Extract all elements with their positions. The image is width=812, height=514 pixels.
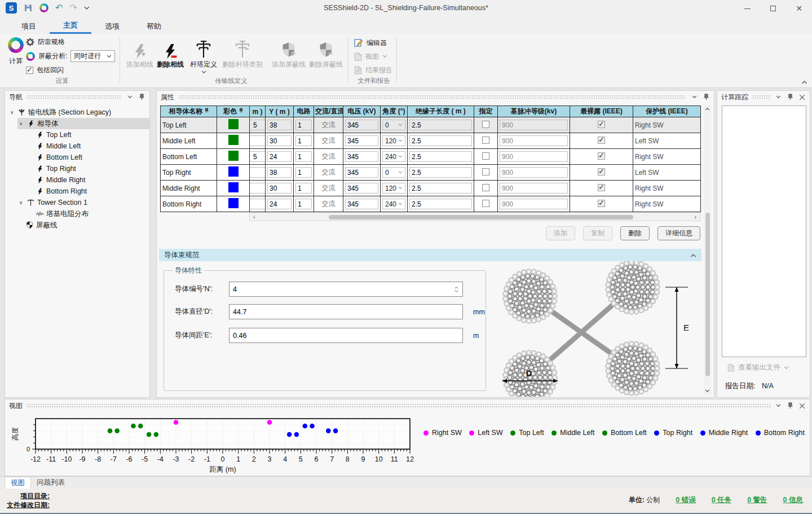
tab-help[interactable]: 帮助 bbox=[133, 17, 175, 34]
voltage-input[interactable] bbox=[345, 151, 378, 162]
x-cell[interactable] bbox=[250, 149, 266, 165]
spinner-up-icon[interactable] bbox=[454, 286, 459, 289]
scroll-left-icon[interactable]: ‹ bbox=[253, 213, 255, 220]
color-cell[interactable] bbox=[217, 181, 250, 196]
exposed-cell[interactable] bbox=[570, 165, 633, 181]
exposed-checkbox[interactable] bbox=[598, 200, 605, 207]
panel-menu-icon[interactable] bbox=[690, 93, 698, 101]
table-horizontal-scrollbar[interactable]: ‹ › bbox=[249, 212, 700, 221]
voltage-input[interactable] bbox=[345, 135, 378, 146]
tree-node-tower-section[interactable]: ∨ Tower Section 1 bbox=[17, 197, 149, 208]
scrollbar-thumb[interactable] bbox=[329, 215, 633, 219]
angle-select[interactable]: 0 bbox=[382, 120, 405, 130]
conductor-name[interactable]: Bottom Left bbox=[161, 149, 217, 165]
conductor-diameter-input[interactable] bbox=[229, 304, 463, 319]
insulator-input[interactable] bbox=[409, 167, 472, 178]
col-acdc[interactable]: 交流/直流 bbox=[314, 106, 343, 117]
exposed-cell[interactable] bbox=[570, 133, 633, 149]
circuit-cell[interactable] bbox=[294, 149, 314, 165]
assign-checkbox[interactable] bbox=[482, 168, 489, 175]
circuit-input[interactable] bbox=[295, 183, 312, 194]
caret-icon[interactable]: ∨ bbox=[8, 109, 15, 115]
assign-cell[interactable] bbox=[474, 165, 498, 181]
add-shield-button[interactable]: 添加屏蔽线 bbox=[272, 37, 306, 69]
tree-node-phase[interactable]: Middle Right bbox=[36, 174, 149, 186]
lightning-spec-button[interactable]: 防雷规格 bbox=[26, 36, 115, 48]
y-input[interactable] bbox=[267, 183, 292, 194]
col-exposed[interactable]: 最裸露 (IEEE) bbox=[570, 106, 633, 117]
tree-node-phase-group[interactable]: ∨ 相导体 bbox=[17, 118, 149, 129]
pin-icon[interactable] bbox=[138, 93, 145, 101]
assign-checkbox[interactable] bbox=[482, 184, 489, 191]
tab-project[interactable]: 项目 bbox=[8, 17, 50, 34]
col-name[interactable]: 相导体名称 bbox=[161, 106, 217, 117]
view-button[interactable]: 视图 bbox=[354, 50, 392, 63]
insulator-input[interactable] bbox=[409, 183, 472, 194]
details-button[interactable]: 详细信息 bbox=[657, 226, 700, 240]
voltage-input[interactable] bbox=[345, 183, 378, 194]
collapse-section-icon[interactable] bbox=[690, 253, 696, 257]
y-input[interactable] bbox=[267, 199, 292, 209]
trace-output-list[interactable] bbox=[722, 106, 806, 357]
angle-select[interactable]: 240 bbox=[382, 151, 405, 162]
voltage-cell[interactable] bbox=[343, 133, 381, 149]
conductor-number-input[interactable] bbox=[229, 282, 463, 297]
x-input[interactable] bbox=[250, 135, 266, 146]
voltage-cell[interactable] bbox=[343, 165, 381, 181]
caret-icon[interactable]: ∨ bbox=[17, 121, 24, 126]
tree-node-phase[interactable]: Middle Left bbox=[36, 140, 149, 152]
exposed-cell[interactable] bbox=[570, 181, 633, 196]
angle-cell[interactable]: 240 bbox=[381, 149, 408, 165]
tasks-link[interactable]: 0 任务 bbox=[712, 495, 731, 505]
col-color[interactable]: 彩色 bbox=[217, 106, 250, 117]
spinner-down-icon[interactable] bbox=[454, 290, 459, 293]
copy-button[interactable]: 复制 bbox=[583, 226, 612, 240]
circuit-cell[interactable] bbox=[294, 133, 314, 149]
insulator-cell[interactable] bbox=[408, 196, 474, 212]
circuit-input[interactable] bbox=[295, 135, 312, 146]
insulator-cell[interactable] bbox=[408, 117, 474, 133]
close-button[interactable]: ✕ bbox=[786, 0, 812, 17]
x-input[interactable] bbox=[250, 120, 266, 130]
angle-cell[interactable]: 120 bbox=[381, 133, 408, 149]
color-cell[interactable] bbox=[217, 149, 250, 165]
view-output-files-button[interactable]: 查看输出文件 bbox=[727, 363, 789, 372]
y-input[interactable] bbox=[267, 167, 292, 178]
assign-cell[interactable] bbox=[474, 133, 498, 149]
conductor-spacing-input[interactable] bbox=[229, 328, 463, 343]
voltage-cell[interactable] bbox=[343, 196, 381, 212]
delete-button[interactable]: 删除 bbox=[620, 226, 650, 240]
circuit-cell[interactable] bbox=[294, 196, 314, 212]
y-cell[interactable] bbox=[266, 181, 294, 196]
angle-select[interactable]: 240 bbox=[382, 199, 405, 209]
exposed-checkbox[interactable] bbox=[598, 168, 605, 175]
include-backflash-row[interactable]: 包括回闪 bbox=[26, 64, 115, 76]
panel-menu-icon[interactable] bbox=[774, 93, 782, 101]
angle-select[interactable]: 0 bbox=[382, 167, 405, 178]
col-circuit[interactable]: 电路 bbox=[294, 106, 314, 117]
tree-node-phase[interactable]: Top Right bbox=[36, 163, 149, 174]
y-input[interactable] bbox=[267, 151, 292, 162]
conductor-name[interactable]: Top Right bbox=[161, 165, 217, 181]
assign-cell[interactable] bbox=[474, 149, 498, 165]
x-cell[interactable] bbox=[250, 165, 266, 181]
result-report-button[interactable]: 结果报告 bbox=[354, 63, 392, 77]
delete-shield-button[interactable]: 删除屏蔽线 bbox=[309, 37, 343, 69]
angle-cell[interactable]: 120 bbox=[381, 181, 408, 196]
insulator-input[interactable] bbox=[409, 120, 472, 130]
col-voltage[interactable]: 电压 (kV) bbox=[343, 106, 381, 117]
scroll-right-icon[interactable]: › bbox=[694, 213, 696, 220]
bil-cell[interactable] bbox=[498, 133, 570, 149]
panel-menu-icon[interactable] bbox=[774, 402, 782, 410]
circuit-input[interactable] bbox=[295, 167, 312, 178]
x-input[interactable] bbox=[250, 151, 266, 162]
x-cell[interactable] bbox=[250, 117, 266, 133]
scrollbar-thumb[interactable] bbox=[705, 213, 710, 376]
voltage-input[interactable] bbox=[345, 167, 378, 178]
circuit-cell[interactable] bbox=[294, 181, 314, 196]
maximize-button[interactable] bbox=[760, 0, 786, 17]
voltage-cell[interactable] bbox=[343, 181, 381, 196]
assign-cell[interactable] bbox=[474, 181, 498, 196]
y-cell[interactable] bbox=[266, 196, 294, 212]
exposed-checkbox[interactable] bbox=[598, 152, 605, 160]
